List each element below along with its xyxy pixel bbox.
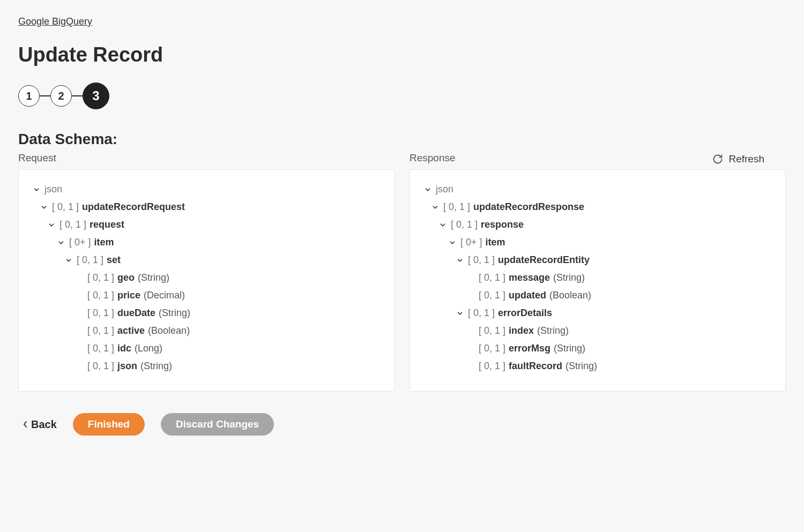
tree-node-cardinality: [ 0+ ] — [460, 237, 482, 248]
request-label: Request — [18, 152, 394, 164]
tree-node[interactable]: [ 0+ ] item — [32, 234, 381, 251]
tree-node-type: (Decimal) — [144, 290, 185, 301]
chevron-down-icon — [39, 204, 49, 211]
tree-node-name: response — [481, 219, 524, 230]
tree-node: [ 0, 1 ] json (String) — [32, 357, 381, 375]
tree-node[interactable]: [ 0, 1 ] updateRecordRequest — [32, 198, 381, 216]
response-panel: json[ 0, 1 ] updateRecordResponse[ 0, 1 … — [410, 169, 786, 392]
tree-node-name: updateRecordEntity — [498, 254, 590, 266]
tree-node-cardinality: [ 0, 1 ] — [87, 308, 114, 319]
tree-node-type: (String) — [565, 361, 597, 372]
tree-node[interactable]: [ 0, 1 ] response — [423, 216, 772, 234]
tree-node-cardinality: [ 0, 1 ] — [87, 272, 114, 283]
tree-node-type: (String) — [553, 272, 585, 283]
back-button[interactable]: Back — [23, 418, 57, 431]
page-title: Update Record — [18, 43, 786, 66]
tree-node-cardinality: [ 0, 1 ] — [468, 308, 495, 319]
tree-node: [ 0, 1 ] active (Boolean) — [32, 322, 381, 340]
chevron-down-icon — [448, 239, 457, 246]
tree-node-type: (String) — [140, 361, 172, 372]
tree-node-name: errorMsg — [509, 343, 550, 354]
tree-node-name: active — [117, 325, 145, 336]
tree-node-cardinality: [ 0, 1 ] — [52, 201, 79, 213]
tree-node-name: message — [509, 272, 550, 283]
tree-node-cardinality: [ 0+ ] — [69, 237, 91, 248]
tree-node-name: dueDate — [117, 308, 155, 319]
tree-node-cardinality: [ 0, 1 ] — [479, 290, 505, 301]
tree-node-name: json — [117, 361, 137, 372]
chevron-down-icon — [56, 239, 66, 246]
tree-node-type: (Boolean) — [549, 290, 591, 301]
tree-node-name: updateRecordResponse — [473, 201, 584, 213]
tree-node-name: errorDetails — [498, 308, 552, 319]
tree-node-name: index — [509, 325, 534, 336]
tree-node[interactable]: json — [32, 181, 381, 198]
tree-node-type: (String) — [537, 325, 569, 336]
tree-node-cardinality: [ 0, 1 ] — [479, 272, 505, 283]
tree-node: [ 0, 1 ] dueDate (String) — [32, 304, 381, 322]
tree-node[interactable]: [ 0, 1 ] updateRecordResponse — [423, 198, 772, 216]
tree-node-cardinality: [ 0, 1 ] — [451, 219, 478, 230]
tree-node-cardinality: [ 0, 1 ] — [468, 254, 495, 266]
tree-node[interactable]: [ 0, 1 ] request — [32, 216, 381, 234]
tree-node-name: item — [94, 237, 114, 248]
tree-node-cardinality: [ 0, 1 ] — [479, 325, 505, 336]
tree-node: [ 0, 1 ] geo (String) — [32, 269, 381, 287]
chevron-down-icon — [64, 257, 73, 264]
tree-node-name: request — [90, 219, 124, 230]
tree-node-name: updated — [509, 290, 546, 301]
tree-node-cardinality: [ 0, 1 ] — [87, 361, 114, 372]
tree-node: [ 0, 1 ] price (Decimal) — [32, 287, 381, 304]
chevron-down-icon — [430, 204, 440, 211]
chevron-down-icon — [423, 186, 433, 193]
tree-node: [ 0, 1 ] faultRecord (String) — [423, 357, 772, 375]
tree-node: [ 0, 1 ] message (String) — [423, 269, 772, 287]
tree-node-name: price — [117, 290, 140, 301]
section-title: Data Schema: — [18, 131, 786, 148]
stepper: 1 2 3 — [18, 83, 786, 109]
tree-node: [ 0, 1 ] index (String) — [423, 322, 772, 340]
tree-node-cardinality: [ 0, 1 ] — [59, 219, 86, 230]
tree-node-name: json — [44, 184, 62, 195]
tree-node: [ 0, 1 ] idc (Long) — [32, 340, 381, 357]
tree-node-name: item — [486, 237, 505, 248]
tree-node-name: json — [436, 184, 453, 195]
finished-button[interactable]: Finished — [73, 413, 145, 436]
tree-node-name: set — [107, 254, 121, 266]
tree-node-type: (String) — [159, 308, 190, 319]
tree-node-type: (String) — [138, 272, 169, 283]
tree-node-name: geo — [117, 272, 135, 283]
back-label: Back — [31, 418, 57, 431]
tree-node-type: (String) — [554, 343, 585, 354]
tree-node-cardinality: [ 0, 1 ] — [87, 290, 114, 301]
chevron-down-icon — [438, 221, 448, 229]
chevron-left-icon — [23, 418, 28, 431]
chevron-down-icon — [47, 221, 56, 229]
tree-node-name: faultRecord — [509, 361, 562, 372]
tree-node[interactable]: [ 0, 1 ] set — [32, 251, 381, 269]
tree-node-cardinality: [ 0, 1 ] — [77, 254, 103, 266]
step-connector — [40, 95, 50, 96]
chevron-down-icon — [455, 257, 465, 264]
tree-node[interactable]: [ 0, 1 ] errorDetails — [423, 304, 772, 322]
tree-node: [ 0, 1 ] updated (Boolean) — [423, 287, 772, 304]
step-1[interactable]: 1 — [18, 85, 40, 107]
tree-node[interactable]: [ 0+ ] item — [423, 234, 772, 251]
step-2[interactable]: 2 — [50, 85, 72, 107]
tree-node-cardinality: [ 0, 1 ] — [479, 361, 505, 372]
tree-node[interactable]: json — [423, 181, 772, 198]
tree-node-cardinality: [ 0, 1 ] — [443, 201, 470, 213]
breadcrumb-link[interactable]: Google BigQuery — [18, 16, 92, 27]
tree-node-cardinality: [ 0, 1 ] — [87, 343, 114, 354]
chevron-down-icon — [455, 310, 465, 317]
tree-node[interactable]: [ 0, 1 ] updateRecordEntity — [423, 251, 772, 269]
response-label: Response — [410, 152, 786, 164]
tree-node-cardinality: [ 0, 1 ] — [87, 325, 114, 336]
tree-node-name: updateRecordRequest — [82, 201, 185, 213]
tree-node: [ 0, 1 ] errorMsg (String) — [423, 340, 772, 357]
discard-button[interactable]: Discard Changes — [161, 413, 274, 436]
step-3[interactable]: 3 — [83, 83, 109, 109]
step-connector — [72, 95, 83, 96]
tree-node-cardinality: [ 0, 1 ] — [479, 343, 505, 354]
tree-node-name: idc — [117, 343, 131, 354]
